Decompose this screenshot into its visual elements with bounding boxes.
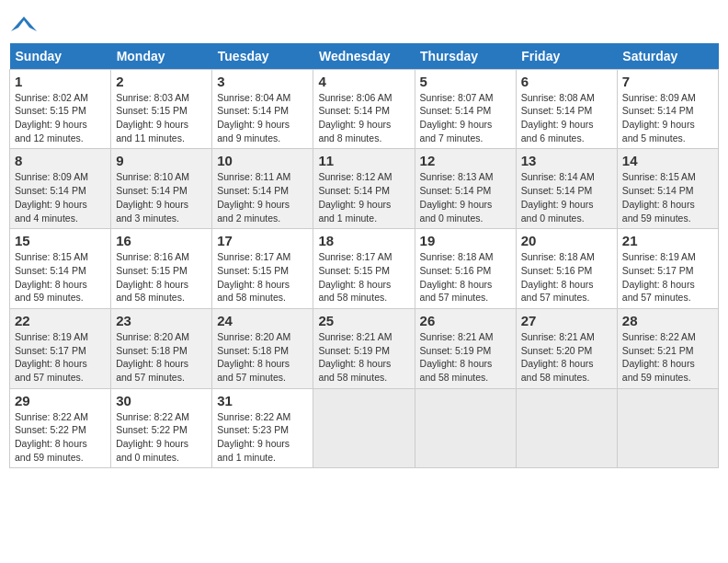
day-number: 24 (217, 313, 308, 328)
logo-bird-icon (11, 14, 37, 36)
day-info: Sunrise: 8:22 AMSunset: 5:21 PMDaylight:… (622, 330, 713, 385)
dow-monday: Monday (111, 43, 212, 70)
dow-thursday: Thursday (415, 43, 516, 70)
day-number: 21 (622, 233, 713, 248)
calendar-cell: 18Sunrise: 8:17 AMSunset: 5:15 PMDayligh… (313, 229, 415, 309)
day-number: 27 (521, 313, 612, 328)
day-number: 25 (318, 313, 409, 328)
day-info: Sunrise: 8:19 AMSunset: 5:17 PMDaylight:… (15, 330, 106, 385)
calendar-cell-empty (617, 388, 718, 468)
day-info: Sunrise: 8:22 AMSunset: 5:22 PMDaylight:… (116, 410, 207, 465)
calendar-cell: 26Sunrise: 8:21 AMSunset: 5:19 PMDayligh… (415, 308, 516, 388)
calendar-cell: 4Sunrise: 8:06 AMSunset: 5:14 PMDaylight… (313, 69, 415, 149)
calendar-cell: 11Sunrise: 8:12 AMSunset: 5:14 PMDayligh… (313, 149, 415, 229)
day-info: Sunrise: 8:13 AMSunset: 5:14 PMDaylight:… (420, 170, 511, 224)
calendar-cell: 21Sunrise: 8:19 AMSunset: 5:17 PMDayligh… (617, 229, 718, 309)
calendar-cell-empty (313, 388, 415, 468)
days-of-week-row: SundayMondayTuesdayWednesdayThursdayFrid… (10, 43, 719, 70)
day-number: 5 (420, 74, 511, 89)
day-number: 23 (116, 313, 207, 328)
dow-tuesday: Tuesday (212, 43, 313, 70)
day-number: 13 (521, 153, 612, 168)
calendar-cell: 15Sunrise: 8:15 AMSunset: 5:14 PMDayligh… (10, 229, 111, 309)
day-info: Sunrise: 8:21 AMSunset: 5:19 PMDaylight:… (318, 330, 409, 385)
day-number: 30 (116, 393, 207, 408)
calendar-week-row: 8Sunrise: 8:09 AMSunset: 5:14 PMDaylight… (10, 149, 719, 229)
day-number: 12 (420, 153, 511, 168)
day-number: 31 (217, 393, 308, 408)
calendar-cell-empty (415, 388, 516, 468)
calendar-cell: 19Sunrise: 8:18 AMSunset: 5:16 PMDayligh… (415, 229, 516, 309)
calendar-cell: 5Sunrise: 8:07 AMSunset: 5:14 PMDaylight… (415, 69, 516, 149)
calendar-cell: 23Sunrise: 8:20 AMSunset: 5:18 PMDayligh… (111, 308, 212, 388)
calendar-cell: 2Sunrise: 8:03 AMSunset: 5:15 PMDaylight… (111, 69, 212, 149)
day-info: Sunrise: 8:04 AMSunset: 5:14 PMDaylight:… (217, 91, 308, 145)
day-info: Sunrise: 8:21 AMSunset: 5:20 PMDaylight:… (521, 330, 612, 385)
day-info: Sunrise: 8:20 AMSunset: 5:18 PMDaylight:… (116, 330, 207, 385)
calendar-cell: 14Sunrise: 8:15 AMSunset: 5:14 PMDayligh… (617, 149, 718, 229)
day-info: Sunrise: 8:19 AMSunset: 5:17 PMDaylight:… (622, 250, 713, 304)
day-number: 29 (15, 393, 106, 408)
day-number: 11 (318, 153, 409, 168)
calendar-cell: 29Sunrise: 8:22 AMSunset: 5:22 PMDayligh… (10, 388, 111, 468)
page-header (9, 9, 719, 36)
day-info: Sunrise: 8:16 AMSunset: 5:15 PMDaylight:… (116, 250, 207, 304)
day-number: 9 (116, 153, 207, 168)
logo-text (9, 13, 37, 36)
day-info: Sunrise: 8:09 AMSunset: 5:14 PMDaylight:… (15, 170, 106, 224)
calendar-cell: 7Sunrise: 8:09 AMSunset: 5:14 PMDaylight… (617, 69, 718, 149)
day-info: Sunrise: 8:12 AMSunset: 5:14 PMDaylight:… (318, 170, 409, 224)
calendar-cell-empty (516, 388, 617, 468)
day-info: Sunrise: 8:02 AMSunset: 5:15 PMDaylight:… (15, 91, 106, 145)
calendar-cell: 24Sunrise: 8:20 AMSunset: 5:18 PMDayligh… (212, 308, 313, 388)
day-number: 7 (622, 74, 713, 89)
day-info: Sunrise: 8:15 AMSunset: 5:14 PMDaylight:… (15, 250, 106, 304)
day-number: 15 (15, 233, 106, 248)
dow-sunday: Sunday (10, 43, 111, 70)
calendar-cell: 8Sunrise: 8:09 AMSunset: 5:14 PMDaylight… (10, 149, 111, 229)
calendar-week-row: 15Sunrise: 8:15 AMSunset: 5:14 PMDayligh… (10, 229, 719, 309)
day-number: 6 (521, 74, 612, 89)
day-info: Sunrise: 8:21 AMSunset: 5:19 PMDaylight:… (420, 330, 511, 385)
day-number: 16 (116, 233, 207, 248)
calendar-cell: 3Sunrise: 8:04 AMSunset: 5:14 PMDaylight… (212, 69, 313, 149)
svg-marker-0 (11, 17, 37, 31)
day-info: Sunrise: 8:11 AMSunset: 5:14 PMDaylight:… (217, 170, 308, 224)
day-number: 3 (217, 74, 308, 89)
calendar-cell: 22Sunrise: 8:19 AMSunset: 5:17 PMDayligh… (10, 308, 111, 388)
day-info: Sunrise: 8:14 AMSunset: 5:14 PMDaylight:… (521, 170, 612, 224)
dow-saturday: Saturday (617, 43, 718, 70)
logo (9, 13, 37, 32)
calendar-cell: 1Sunrise: 8:02 AMSunset: 5:15 PMDaylight… (10, 69, 111, 149)
day-number: 8 (15, 153, 106, 168)
day-info: Sunrise: 8:07 AMSunset: 5:14 PMDaylight:… (420, 91, 511, 145)
calendar-week-row: 1Sunrise: 8:02 AMSunset: 5:15 PMDaylight… (10, 69, 719, 149)
dow-wednesday: Wednesday (313, 43, 415, 70)
day-info: Sunrise: 8:20 AMSunset: 5:18 PMDaylight:… (217, 330, 308, 385)
day-info: Sunrise: 8:22 AMSunset: 5:23 PMDaylight:… (217, 410, 308, 465)
day-info: Sunrise: 8:08 AMSunset: 5:14 PMDaylight:… (521, 91, 612, 145)
day-number: 26 (420, 313, 511, 328)
day-number: 4 (318, 74, 409, 89)
calendar-cell: 9Sunrise: 8:10 AMSunset: 5:14 PMDaylight… (111, 149, 212, 229)
day-number: 22 (15, 313, 106, 328)
calendar-week-row: 29Sunrise: 8:22 AMSunset: 5:22 PMDayligh… (10, 388, 719, 468)
calendar-cell: 28Sunrise: 8:22 AMSunset: 5:21 PMDayligh… (617, 308, 718, 388)
day-info: Sunrise: 8:17 AMSunset: 5:15 PMDaylight:… (217, 250, 308, 304)
calendar-cell: 30Sunrise: 8:22 AMSunset: 5:22 PMDayligh… (111, 388, 212, 468)
day-number: 1 (15, 74, 106, 89)
day-info: Sunrise: 8:06 AMSunset: 5:14 PMDaylight:… (318, 91, 409, 145)
day-info: Sunrise: 8:09 AMSunset: 5:14 PMDaylight:… (622, 91, 713, 145)
calendar-week-row: 22Sunrise: 8:19 AMSunset: 5:17 PMDayligh… (10, 308, 719, 388)
calendar-cell: 20Sunrise: 8:18 AMSunset: 5:16 PMDayligh… (516, 229, 617, 309)
calendar-cell: 27Sunrise: 8:21 AMSunset: 5:20 PMDayligh… (516, 308, 617, 388)
day-info: Sunrise: 8:03 AMSunset: 5:15 PMDaylight:… (116, 91, 207, 145)
calendar-cell: 31Sunrise: 8:22 AMSunset: 5:23 PMDayligh… (212, 388, 313, 468)
day-number: 20 (521, 233, 612, 248)
day-number: 18 (318, 233, 409, 248)
day-number: 17 (217, 233, 308, 248)
day-number: 19 (420, 233, 511, 248)
calendar-cell: 13Sunrise: 8:14 AMSunset: 5:14 PMDayligh… (516, 149, 617, 229)
dow-friday: Friday (516, 43, 617, 70)
day-number: 28 (622, 313, 713, 328)
